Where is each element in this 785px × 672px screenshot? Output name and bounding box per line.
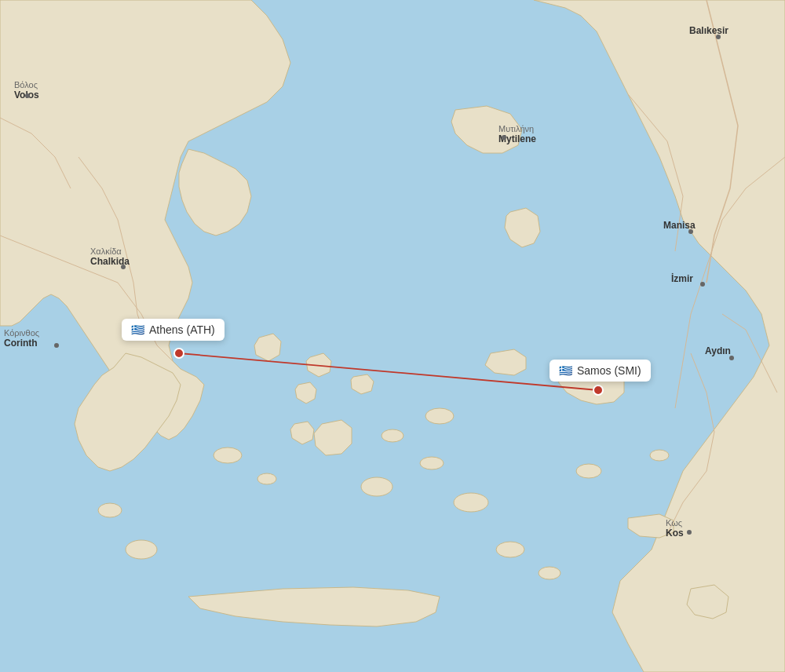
corinth-label: Κόρινθος Corinth [4,328,39,349]
manisa-label: Manisa [663,220,696,231]
svg-point-9 [98,503,122,517]
samos-flag-icon: 🇬🇷 [559,364,572,377]
svg-point-2 [257,473,276,484]
aydin-label: Aydın [705,345,731,356]
svg-point-3 [361,477,392,496]
samos-dot [593,385,603,395]
chalkida-label: Χαλκίδα Chalkida [90,247,130,267]
mytilene-label: Μυτιλήνη Mytilene [498,124,536,144]
svg-point-5 [454,493,488,512]
svg-point-7 [539,567,560,579]
athens-dot [174,349,184,358]
kos-label: Κως Kos [666,518,684,539]
svg-point-6 [496,542,524,557]
samos-tooltip: 🇬🇷 Samos (SMI) [550,360,651,382]
svg-point-11 [650,450,669,461]
athens-label: Athens (ATH) [149,323,215,336]
svg-point-4 [420,457,444,469]
map-container: 🇬🇷 Athens (ATH) 🇬🇷 Samos (SMI) Βόλος Vol… [0,0,785,672]
athens-tooltip: 🇬🇷 Athens (ATH) [122,319,225,341]
balikesir-label: Balıkesir [689,25,728,36]
svg-point-12 [425,408,454,424]
izmir-label: İzmir [671,273,693,284]
samos-label: Samos (SMI) [577,364,641,377]
svg-point-1 [214,447,242,463]
svg-point-8 [126,540,157,559]
volos-label: Βόλος Volos [14,80,39,100]
athens-flag-icon: 🇬🇷 [131,323,144,336]
svg-point-10 [576,464,601,478]
svg-point-13 [382,429,403,442]
map-svg [0,0,785,672]
